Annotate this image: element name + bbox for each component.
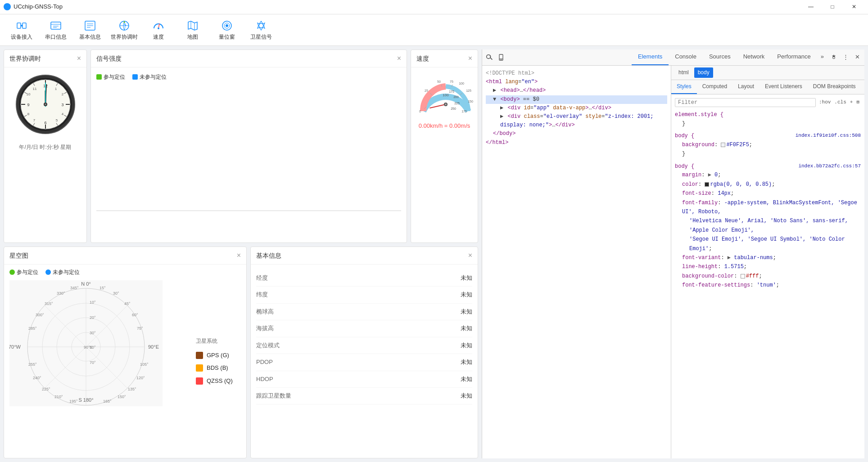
- font-feature-prop: font-feature-settings: 'tnum';: [675, 281, 861, 290]
- satellite-count-value: 未知: [461, 391, 472, 400]
- svg-point-118: [501, 59, 502, 60]
- computed-tab[interactable]: Computed: [697, 80, 732, 94]
- main-toolbar: 设备接入 串口信息 基本信息: [0, 14, 868, 46]
- html-tag: <html lang="en">: [486, 78, 667, 86]
- longitude-label: 经度: [256, 274, 268, 283]
- devtools-tab-performance[interactable]: Performance: [771, 49, 817, 65]
- toolbar-serial-info[interactable]: 串口信息: [40, 17, 72, 44]
- maximize-button[interactable]: □: [822, 0, 843, 14]
- svg-text:10: 10: [26, 92, 30, 96]
- toolbar-base-info[interactable]: 基本信息: [74, 17, 106, 44]
- toolbar-world-time[interactable]: 世界协调时: [108, 17, 140, 44]
- svg-rect-1: [23, 23, 26, 28]
- speedometer-svg: 0 25 50 75 100 125 150 175 100: [416, 73, 475, 118]
- sat-qzss: QZSS (Q): [196, 377, 241, 386]
- svg-text:315°: 315°: [45, 301, 53, 306]
- hdop-value: 未知: [461, 375, 472, 384]
- styles-filter-box: [675, 98, 816, 107]
- signal-legend: 参与定位 未参与定位: [96, 73, 401, 81]
- body-tag[interactable]: ▼ <body> == $0: [486, 95, 667, 104]
- svg-marker-17: [188, 21, 197, 30]
- basic-info-title: 基本信息: [256, 251, 281, 260]
- styles-filter-input[interactable]: [678, 99, 813, 106]
- devtools-tab-sources[interactable]: Sources: [703, 49, 737, 65]
- speed-header: 速度 ×: [411, 50, 478, 67]
- world-time-close[interactable]: ×: [77, 55, 81, 62]
- toolbar-satellite-nav[interactable]: 卫星信号: [245, 17, 277, 44]
- signal-body: 参与定位 未参与定位: [91, 67, 407, 242]
- svg-text:7: 7: [33, 118, 35, 122]
- devtools-tab-console[interactable]: Console: [669, 49, 703, 65]
- info-row-altitude: 海拔高 未知: [256, 320, 472, 337]
- svg-text:285°: 285°: [28, 326, 37, 331]
- participating-label: 参与定位: [104, 73, 125, 81]
- hov-button[interactable]: :hov: [818, 98, 832, 107]
- positioning-mode-label: 定位模式: [256, 341, 280, 350]
- dom-breakpoints-tab[interactable]: DOM Breakpoints: [808, 80, 861, 94]
- starmap-body: 参与定位 未参与定位: [4, 265, 246, 458]
- svg-text:70°: 70°: [90, 360, 96, 365]
- body-source-2[interactable]: index.bb72a2fc.css:57: [798, 162, 861, 170]
- devtools-body: <!DOCTYPE html> <html lang="en"> ▶ <head…: [482, 66, 864, 458]
- close-html: </html>: [486, 139, 667, 147]
- toolbar-device-connect[interactable]: 设备接入: [5, 17, 38, 44]
- toolbar-speed[interactable]: 速度: [142, 17, 175, 44]
- basic-info-panel: 基本信息 × 经度 未知 纬度 未知: [250, 247, 478, 458]
- color-swatch: [705, 182, 709, 187]
- svg-text:45°: 45°: [124, 301, 131, 306]
- devtools-html-tree[interactable]: <!DOCTYPE html> <html lang="en"> ▶ <head…: [482, 66, 671, 458]
- titlebar-left: UCchip-GNSS-Top: [4, 2, 63, 11]
- devtools-settings-btn[interactable]: [828, 52, 839, 63]
- minimize-button[interactable]: —: [800, 0, 821, 14]
- add-rule-button[interactable]: +: [849, 98, 854, 107]
- svg-text:30°: 30°: [113, 291, 119, 296]
- grid-button[interactable]: ⊞: [855, 98, 861, 107]
- svg-text:90°E: 90°E: [148, 344, 159, 350]
- svg-text:20°: 20°: [90, 315, 96, 320]
- devtools-tab-elements[interactable]: Elements: [632, 49, 669, 65]
- starmap-left: 参与定位 未参与定位: [9, 268, 192, 454]
- longitude-value: 未知: [461, 274, 472, 283]
- devtools-tab-network[interactable]: Network: [737, 49, 771, 65]
- properties-tab[interactable]: Properties: [861, 80, 864, 94]
- close-body: </body>: [486, 130, 667, 138]
- svg-point-16: [158, 27, 159, 29]
- svg-point-23: [259, 23, 263, 28]
- html-breadcrumb[interactable]: html: [675, 67, 692, 78]
- event-listeners-tab[interactable]: Event Listeners: [760, 80, 808, 94]
- svg-point-76: [445, 103, 447, 105]
- toolbar-map[interactable]: 地图: [176, 17, 209, 44]
- devtools-device-btn[interactable]: [496, 52, 506, 63]
- devtools-ellipsis-btn[interactable]: ⋮: [840, 52, 851, 63]
- layout-tab[interactable]: Layout: [732, 80, 760, 94]
- toolbar-base-info-label: 基本信息: [79, 34, 101, 40]
- toolbar-satellite-signal[interactable]: 量位窗: [211, 17, 243, 44]
- devtools-inspect-btn[interactable]: [484, 52, 495, 63]
- svg-rect-4: [51, 22, 61, 29]
- styles-tab[interactable]: Styles: [671, 80, 697, 94]
- svg-text:100: 100: [443, 93, 449, 97]
- body-selector-1: body {: [675, 133, 694, 139]
- basic-info-close[interactable]: ×: [468, 252, 472, 259]
- satellite-signal-icon: [221, 19, 233, 32]
- starmap-close[interactable]: ×: [237, 252, 241, 259]
- speed-close[interactable]: ×: [468, 55, 472, 62]
- devtools-close-btn[interactable]: ✕: [852, 52, 863, 63]
- html-body-breadcrumb: html body: [671, 66, 864, 80]
- starmap-participating-dot: [9, 269, 15, 275]
- svg-text:3: 3: [61, 103, 63, 107]
- speed-panel: 速度 ×: [411, 49, 478, 243]
- bds-color: [196, 364, 203, 372]
- close-button[interactable]: ✕: [844, 0, 864, 14]
- signal-close[interactable]: ×: [397, 55, 401, 62]
- satellite-nav-icon: [255, 19, 267, 32]
- devtools-more-tabs[interactable]: »: [817, 49, 827, 65]
- svg-text:250: 250: [451, 107, 456, 110]
- body-source-1[interactable]: index.1f91e10f.css:508: [796, 132, 861, 139]
- svg-text:240°: 240°: [33, 376, 41, 380]
- info-row-satellite-count: 跟踪卫星数量 未知: [256, 388, 472, 404]
- body-breadcrumb[interactable]: body: [694, 67, 713, 78]
- svg-point-3: [21, 25, 23, 27]
- pdop-value: 未知: [461, 358, 472, 367]
- cls-button[interactable]: .cls: [833, 98, 847, 107]
